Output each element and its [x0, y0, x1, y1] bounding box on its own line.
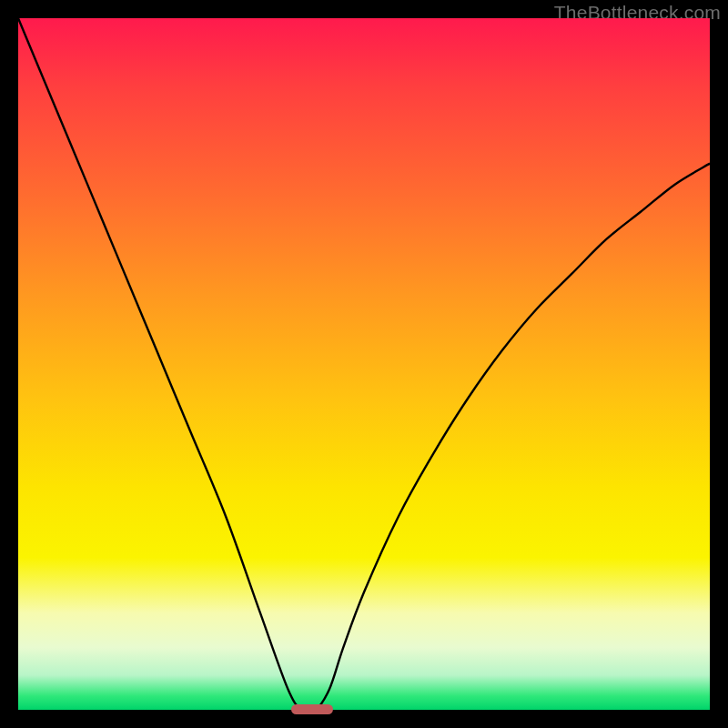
bottleneck-curve: [18, 18, 710, 710]
optimum-marker: [291, 704, 333, 714]
plot-area: [18, 18, 710, 710]
chart-frame: TheBottleneck.com: [0, 0, 728, 728]
